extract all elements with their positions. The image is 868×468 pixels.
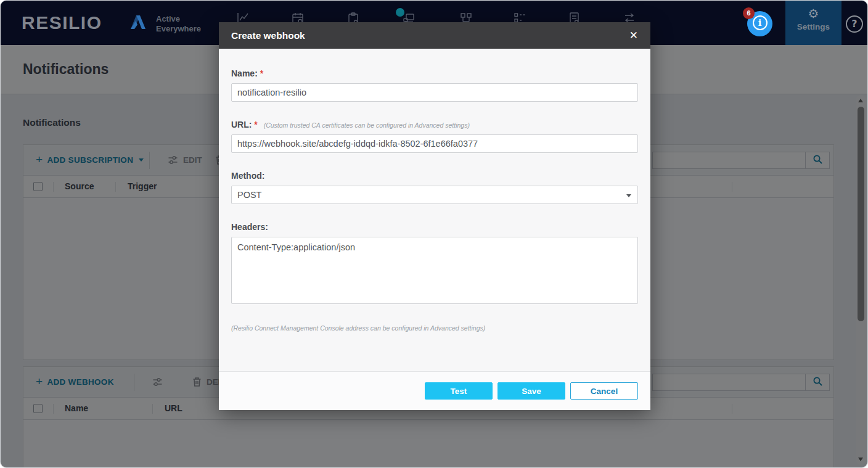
close-icon[interactable]: ✕ [629,30,638,41]
test-button[interactable]: Test [425,382,493,400]
help-icon: ? [851,18,857,30]
modal-note: (Resilio Connect Management Console addr… [231,324,638,332]
tab-settings[interactable]: ⚙ Settings [785,1,841,45]
name-field-group: Name: * [231,68,638,102]
required-asterisk: * [260,68,263,78]
active-everywhere-logo: Active Everywhere [126,10,201,37]
help-button[interactable]: ? [846,15,863,33]
active-everywhere-mark-icon [126,10,150,37]
url-hint: (Custom trusted CA certificates can be c… [264,121,470,129]
modal-body: Name: * URL: * (Custom trusted CA certif… [219,49,650,371]
method-selected-value: POST [237,190,261,200]
name-input[interactable] [231,83,638,102]
method-label: Method: [231,171,638,181]
chevron-down-icon [626,194,631,197]
app-window: RESILIO Active Everywhere [0,0,868,468]
settings-label: Settings [785,22,841,31]
url-label: URL: * (Custom trusted CA certificates c… [231,120,638,129]
gear-icon: ⚙ [785,7,841,20]
resilio-logo: RESILIO [22,12,102,33]
headers-field-group: Headers: Content-Type:application/json [231,222,638,306]
cancel-button[interactable]: Cancel [570,382,638,400]
modal-title: Create webhook [231,30,305,41]
notification-count-badge: 6 [743,7,755,19]
method-field-group: Method: POST [231,171,638,204]
save-button[interactable]: Save [497,382,565,400]
headers-textarea[interactable]: Content-Type:application/json [231,237,638,304]
modal-footer: Test Save Cancel [219,371,650,410]
active-everywhere-label: Active Everywhere [156,10,201,33]
url-field-group: URL: * (Custom trusted CA certificates c… [231,120,638,153]
info-icon: i [753,15,768,30]
required-asterisk: * [254,120,257,129]
name-label: Name: * [231,68,638,78]
url-input[interactable] [231,134,638,153]
headers-label: Headers: [231,222,638,232]
modal-header: Create webhook ✕ [219,22,650,49]
method-select[interactable]: POST [231,186,638,204]
agents-status-dot [396,8,404,17]
create-webhook-modal: Create webhook ✕ Name: * URL: * (Custom … [219,22,650,410]
